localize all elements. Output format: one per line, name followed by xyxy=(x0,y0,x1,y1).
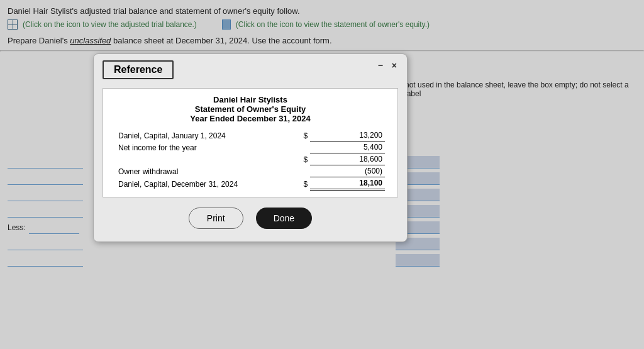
table-row: Net income for the year 5,400 xyxy=(116,141,385,153)
row3-dollar: $ xyxy=(280,153,311,165)
row2-amount: 5,400 xyxy=(310,141,385,153)
row4-amount: (500) xyxy=(310,165,385,177)
modal-header: Reference − × xyxy=(94,54,407,83)
row5-amount: 18,100 xyxy=(310,177,385,190)
modal-controls: − × xyxy=(377,60,398,70)
row2-dollar xyxy=(280,141,311,153)
close-button[interactable]: × xyxy=(391,60,398,70)
print-button[interactable]: Print xyxy=(189,208,243,229)
done-button[interactable]: Done xyxy=(256,208,312,229)
table-row: $ 18,600 xyxy=(116,153,385,165)
minimize-button[interactable]: − xyxy=(377,60,384,70)
table-row: Daniel, Capital, January 1, 2024 $ 13,20… xyxy=(116,130,385,141)
modal-title: Reference xyxy=(103,60,174,79)
statement-name: Statement of Owner's Equity xyxy=(116,104,385,114)
row1-amount: 13,200 xyxy=(310,130,385,141)
row1-label: Daniel, Capital, January 1, 2024 xyxy=(116,130,280,141)
statement-header: Daniel Hair Stylists Statement of Owner'… xyxy=(116,95,385,123)
table-row: Owner withdrawal (500) xyxy=(116,165,385,177)
row5-label: Daniel, Capital, December 31, 2024 xyxy=(116,177,280,190)
statement-period: Year Ended December 31, 2024 xyxy=(116,114,385,123)
row4-label: Owner withdrawal xyxy=(116,165,280,177)
modal-content-area: Daniel Hair Stylists Statement of Owner'… xyxy=(103,88,398,197)
row5-dollar: $ xyxy=(280,177,311,190)
row3-label xyxy=(116,153,280,165)
table-row: Daniel, Capital, December 31, 2024 $ 18,… xyxy=(116,177,385,190)
row1-dollar: $ xyxy=(280,130,311,141)
company-name: Daniel Hair Stylists xyxy=(116,95,385,104)
reference-modal: Reference − × Daniel Hair Stylists State… xyxy=(93,53,408,242)
row3-amount: 18,600 xyxy=(310,153,385,165)
row2-label: Net income for the year xyxy=(116,141,280,153)
row4-dollar xyxy=(280,165,311,177)
statement-table: Daniel, Capital, January 1, 2024 $ 13,20… xyxy=(116,130,385,191)
modal-footer: Print Done xyxy=(94,208,407,229)
